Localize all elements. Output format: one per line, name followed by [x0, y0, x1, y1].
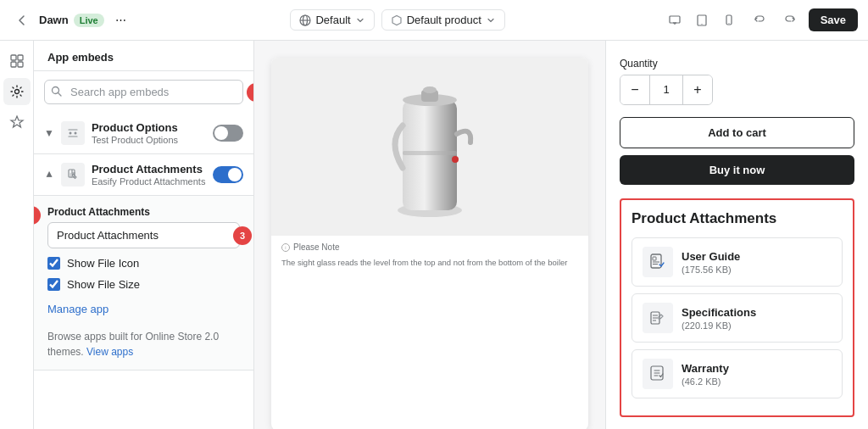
show-file-icon-row: Show File Icon	[47, 257, 240, 270]
topbar: Dawn Live ⋯ Default Default product	[0, 0, 868, 41]
product-icon	[391, 14, 403, 26]
topbar-center: Default Default product	[140, 9, 656, 31]
svg-point-25	[452, 156, 459, 163]
preview-note-text: The sight glass reads the level from the…	[271, 257, 588, 273]
attachment-user-guide[interactable]: User Guide (175.56 KB)	[632, 237, 843, 287]
product-attachments-chevron: ▼	[44, 169, 54, 181]
back-button[interactable]	[10, 8, 34, 32]
show-file-icon-checkbox[interactable]	[47, 257, 60, 270]
svg-point-9	[728, 23, 729, 24]
svg-rect-30	[653, 257, 656, 260]
product-chevron-icon	[486, 15, 496, 25]
globe-icon	[299, 14, 311, 26]
quantity-label: Quantity	[620, 58, 854, 70]
product-selector[interactable]: Default product	[381, 9, 505, 31]
panel-title: App embeds	[34, 41, 253, 71]
product-options-icon	[61, 121, 85, 145]
more-button[interactable]: ⋯	[109, 8, 133, 32]
topbar-right: Save	[663, 8, 858, 32]
viewport-desktop-button[interactable]	[663, 8, 687, 32]
svg-point-14	[14, 90, 19, 94]
page-preview: i Please Note The sight glass reads the …	[271, 58, 588, 429]
product-attachments-expanded: 2 Product Attachments 3 Show File Icon S…	[34, 195, 253, 370]
redo-button[interactable]	[778, 8, 802, 32]
search-input[interactable]	[44, 80, 243, 104]
product-options-chevron: ▼	[44, 127, 54, 139]
quantity-plus-button[interactable]: +	[683, 75, 712, 104]
product-options-embed: ▼ Product Options Test Product Options	[34, 113, 253, 154]
browse-text: Browse apps built for Online Store 2.0 t…	[47, 329, 240, 359]
svg-rect-11	[18, 55, 23, 60]
search-wrap: 1	[34, 71, 253, 113]
sidebar-nav-button[interactable]	[3, 47, 31, 75]
undo-button[interactable]	[748, 8, 771, 32]
warranty-size: (46.2 KB)	[682, 376, 832, 387]
svg-point-7	[701, 23, 702, 24]
theme-selector[interactable]: Default	[290, 9, 374, 31]
product-label: Default product	[407, 14, 481, 26]
attachments-name-input[interactable]	[47, 222, 240, 248]
save-button[interactable]: Save	[809, 8, 858, 31]
specifications-size: (220.19 KB)	[682, 320, 832, 331]
sidebar-settings-button[interactable]	[3, 78, 31, 105]
quantity-value: 1	[649, 75, 683, 104]
viewport-buttons	[663, 8, 741, 32]
show-file-icon-label[interactable]: Show File Icon	[67, 257, 139, 270]
show-file-size-checkbox[interactable]	[47, 278, 60, 291]
svg-rect-3	[670, 16, 680, 23]
add-to-cart-button[interactable]: Add to cart	[620, 117, 854, 148]
product-options-info: Product Options Test Product Options	[92, 121, 206, 145]
view-apps-link[interactable]: View apps	[86, 346, 133, 358]
buy-now-button[interactable]: Buy it now	[620, 155, 854, 185]
product-attachments-embed: ▼ Product Attachments Easify Product Att…	[34, 154, 253, 370]
show-file-size-label[interactable]: Show File Size	[67, 278, 140, 291]
quantity-minus-button[interactable]: −	[620, 75, 649, 104]
product-attachments-subtitle: Easify Product Attachments	[92, 176, 206, 187]
live-badge: Live	[74, 14, 104, 27]
viewport-mobile-button[interactable]	[717, 8, 741, 32]
chevron-down-icon	[355, 15, 365, 25]
warranty-details: Warranty (46.2 KB)	[682, 362, 832, 387]
attachments-title: Product Attachments	[632, 210, 843, 227]
product-options-header[interactable]: ▼ Product Options Test Product Options	[34, 113, 253, 153]
svg-point-24	[423, 86, 437, 93]
user-guide-name: User Guide	[682, 250, 832, 263]
annotation-1: 1	[247, 83, 254, 102]
attachment-warranty[interactable]: Warranty (46.2 KB)	[632, 349, 843, 398]
svg-text:i: i	[285, 245, 286, 250]
canvas-area: i Please Note The sight glass reads the …	[254, 41, 605, 429]
product-options-subtitle: Test Product Options	[92, 135, 206, 145]
product-options-title: Product Options	[92, 121, 206, 134]
warranty-name: Warranty	[682, 362, 832, 375]
topbar-left: Dawn Live ⋯	[10, 8, 133, 32]
theme-label: Default	[315, 14, 350, 26]
product-attachments-icon	[61, 163, 85, 187]
product-image-area	[271, 58, 588, 236]
svg-rect-26	[403, 151, 457, 155]
svg-rect-29	[651, 254, 661, 268]
annotation-2: 2	[34, 206, 41, 225]
user-guide-icon	[643, 247, 673, 277]
product-attachments-toggle[interactable]	[213, 166, 243, 183]
product-options-toggle[interactable]	[213, 125, 243, 142]
svg-rect-13	[18, 62, 23, 67]
specifications-details: Specifications (220.19 KB)	[682, 306, 832, 331]
svg-rect-12	[11, 62, 16, 67]
sidebar-apps-button[interactable]	[3, 109, 31, 136]
more-icon: ⋯	[115, 14, 126, 26]
annotation-3: 3	[233, 226, 252, 245]
quantity-control: − 1 +	[620, 75, 713, 105]
store-name: Dawn	[39, 14, 69, 26]
preview-note: i Please Note	[271, 236, 588, 257]
specifications-name: Specifications	[682, 306, 832, 319]
quantity-section: Quantity − 1 +	[620, 58, 854, 105]
attachment-specifications[interactable]: Specifications (220.19 KB)	[632, 293, 843, 343]
product-attachments-info: Product Attachments Easify Product Attac…	[92, 163, 206, 187]
user-guide-size: (175.56 KB)	[682, 265, 832, 275]
manage-app-link[interactable]: Manage app	[47, 303, 108, 315]
svg-rect-10	[11, 55, 16, 60]
product-attachments-title: Product Attachments	[92, 163, 206, 176]
viewport-tablet-button[interactable]	[690, 8, 714, 32]
product-attachments-section: Product Attachments User Guide (175.56 K…	[620, 198, 854, 417]
product-attachments-header[interactable]: ▼ Product Attachments Easify Product Att…	[34, 154, 253, 195]
